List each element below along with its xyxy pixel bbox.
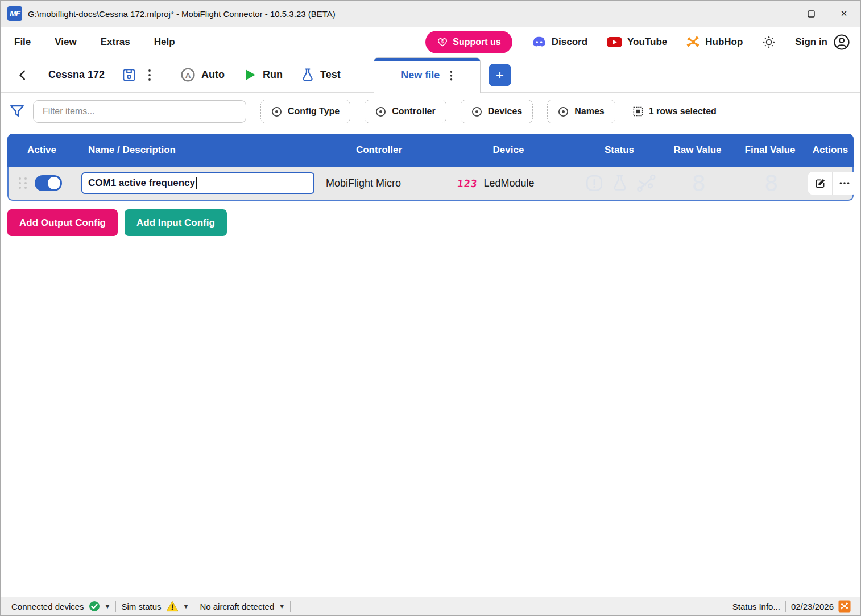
menu-help[interactable]: Help: [154, 36, 175, 48]
add-tab-button[interactable]: +: [489, 64, 511, 86]
youtube-link[interactable]: YouTube: [607, 36, 667, 48]
minimize-button[interactable]: —: [761, 1, 794, 27]
col-device: Device: [440, 144, 577, 156]
drag-handle[interactable]: [16, 177, 30, 189]
col-name-description: Name / Description: [80, 144, 318, 156]
tab-new-file[interactable]: New file: [374, 57, 481, 93]
col-actions: Actions: [807, 144, 854, 156]
target-icon: [558, 106, 569, 117]
add-config-bar: Add Output Config Add Input Config: [7, 209, 854, 236]
toolbar-divider: [164, 67, 164, 84]
toolbar: Cessna 172 A Auto: [1, 57, 860, 93]
target-icon: [471, 106, 482, 117]
sign-in-button[interactable]: Sign in: [795, 34, 850, 51]
active-toggle[interactable]: [35, 175, 62, 191]
col-final-value: Final Value: [733, 144, 807, 156]
table-header: Active Name / Description Controller Dev…: [7, 134, 854, 167]
auto-button[interactable]: A Auto: [171, 67, 234, 82]
row-device: 123 LedModule: [441, 177, 578, 189]
app-window: MF G:\mobiflight-docs\Cessna 172.mfproj*…: [0, 0, 861, 616]
col-raw-value: Raw Value: [662, 144, 733, 156]
target-icon: [271, 106, 282, 117]
rows-selected-indicator: 1 rows selected: [633, 106, 717, 117]
support-us-button[interactable]: $ Support us: [425, 31, 512, 53]
status-precondition-icon: [585, 173, 604, 193]
add-input-config-button[interactable]: Add Input Config: [125, 209, 227, 236]
project-menu-button[interactable]: [142, 68, 157, 82]
hubhop-update-indicator[interactable]: 02/23/2026: [786, 600, 856, 613]
project-name: Cessna 172: [48, 69, 105, 81]
tab-menu-icon[interactable]: [450, 70, 453, 81]
success-check-icon: [89, 601, 100, 612]
selection-icon: [633, 106, 643, 117]
status-modifier-icon: [636, 173, 656, 193]
save-icon: [122, 68, 136, 82]
hubhop-icon: [686, 35, 700, 49]
kebab-icon: [148, 68, 151, 82]
test-button[interactable]: Test: [292, 68, 350, 82]
close-button[interactable]: ✕: [827, 1, 860, 27]
status-bar: Connected devices ▼ Sim status ▼ No airc…: [1, 597, 860, 615]
aircraft-status-dropdown[interactable]: No aircraft detected ▼: [194, 602, 290, 611]
title-bar: MF G:\mobiflight-docs\Cessna 172.mfproj*…: [1, 1, 860, 27]
filter-chip-devices[interactable]: Devices: [461, 100, 533, 123]
run-button[interactable]: Run: [234, 68, 292, 82]
empty-content-area: [1, 236, 860, 597]
led-module-icon: 123: [457, 177, 478, 189]
discord-link[interactable]: Discord: [532, 36, 587, 48]
chevron-down-icon: ▼: [183, 603, 189, 610]
final-value-placeholder: 8: [734, 171, 808, 196]
col-status: Status: [577, 144, 662, 156]
edit-row-button[interactable]: [808, 172, 832, 195]
svg-text:A: A: [185, 71, 191, 80]
row-actions: [808, 172, 856, 195]
flask-icon: [301, 68, 314, 82]
heart-dollar-icon: $: [437, 36, 448, 48]
hubhop-link[interactable]: HubHop: [686, 35, 743, 49]
hubhop-update-icon: [838, 600, 851, 613]
save-button[interactable]: [116, 68, 142, 82]
text-cursor: [196, 177, 197, 189]
target-icon: [375, 106, 386, 117]
add-output-config-button[interactable]: Add Output Config: [7, 209, 118, 236]
filter-input[interactable]: [33, 100, 246, 123]
ellipsis-icon: [839, 181, 850, 185]
filter-chip-controller[interactable]: Controller: [365, 100, 446, 123]
name-description-input[interactable]: COM1 active frequency: [81, 172, 314, 194]
window-title: G:\mobiflight-docs\Cessna 172.mfproj* - …: [28, 9, 336, 19]
raw-value-placeholder: 8: [663, 171, 734, 196]
warning-icon: [166, 601, 179, 612]
row-status: [578, 173, 663, 193]
chevron-down-icon: ▼: [279, 603, 285, 610]
edit-icon: [814, 177, 826, 189]
status-test-icon: [611, 173, 628, 193]
menu-view[interactable]: View: [55, 36, 76, 48]
sun-icon: [762, 35, 776, 49]
filter-chip-names[interactable]: Names: [547, 100, 615, 123]
play-icon: [243, 68, 257, 82]
sim-status-dropdown[interactable]: Sim status ▼: [116, 601, 194, 612]
col-active: Active: [7, 144, 80, 156]
chevron-down-icon: ▼: [105, 603, 111, 610]
col-controller: Controller: [318, 144, 440, 156]
youtube-icon: [607, 36, 622, 48]
app-logo-icon: MF: [7, 6, 22, 21]
status-info-link[interactable]: Status Info...: [727, 602, 785, 611]
back-button[interactable]: [11, 69, 35, 81]
user-avatar-icon: [833, 34, 850, 51]
svg-text:$: $: [441, 40, 444, 44]
menu-file[interactable]: File: [14, 36, 31, 48]
discord-icon: [532, 36, 547, 48]
maximize-button[interactable]: [794, 1, 827, 27]
theme-toggle[interactable]: [762, 35, 776, 49]
row-more-button[interactable]: [833, 172, 856, 195]
filter-bar: Config Type Controller Devices Names 1 r…: [1, 93, 860, 130]
config-table: Active Name / Description Controller Dev…: [7, 134, 854, 201]
filter-chip-config-type[interactable]: Config Type: [260, 100, 350, 123]
connected-devices-dropdown[interactable]: Connected devices ▼: [6, 601, 115, 612]
filter-icon: [9, 103, 26, 120]
row-controller: MobiFlight Micro: [319, 177, 441, 189]
table-row[interactable]: COM1 active frequency MobiFlight Micro 1…: [7, 167, 854, 201]
maximize-icon: [808, 10, 815, 18]
menu-extras[interactable]: Extras: [101, 36, 130, 48]
